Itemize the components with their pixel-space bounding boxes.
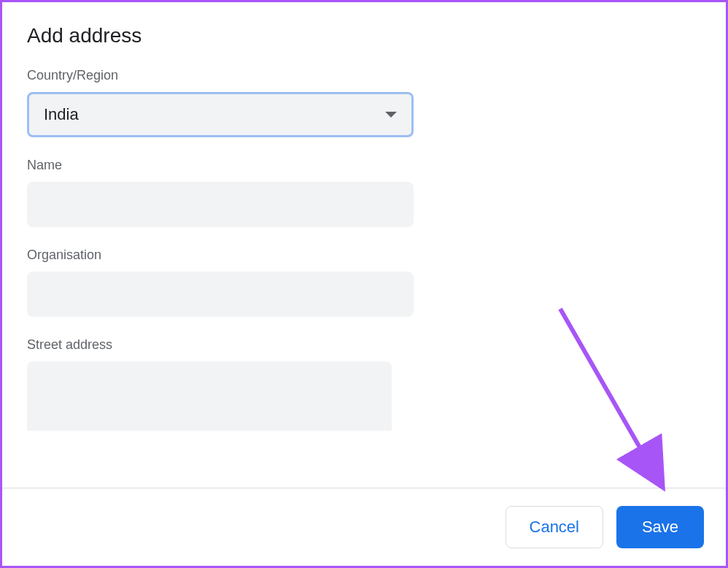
country-label: Country/Region [27, 68, 701, 83]
street-input[interactable] [27, 361, 392, 431]
street-label: Street address [27, 337, 701, 353]
organisation-label: Organisation [27, 247, 701, 263]
country-dropdown[interactable]: India [27, 92, 414, 137]
dialog-footer: Cancel Save [2, 488, 726, 566]
name-field-group: Name [27, 158, 701, 227]
name-label: Name [27, 158, 701, 173]
dialog-title: Add address [27, 24, 701, 47]
country-field-group: Country/Region India [27, 68, 701, 137]
street-field-group: Street address [27, 337, 701, 434]
cancel-button[interactable]: Cancel [506, 506, 603, 548]
chevron-down-icon [385, 112, 397, 118]
country-value: India [44, 105, 79, 124]
name-input[interactable] [27, 182, 414, 227]
organisation-field-group: Organisation [27, 247, 701, 317]
organisation-input[interactable] [27, 272, 414, 317]
save-button[interactable]: Save [616, 506, 704, 548]
add-address-dialog: Add address Country/Region India Name Or… [2, 2, 726, 476]
